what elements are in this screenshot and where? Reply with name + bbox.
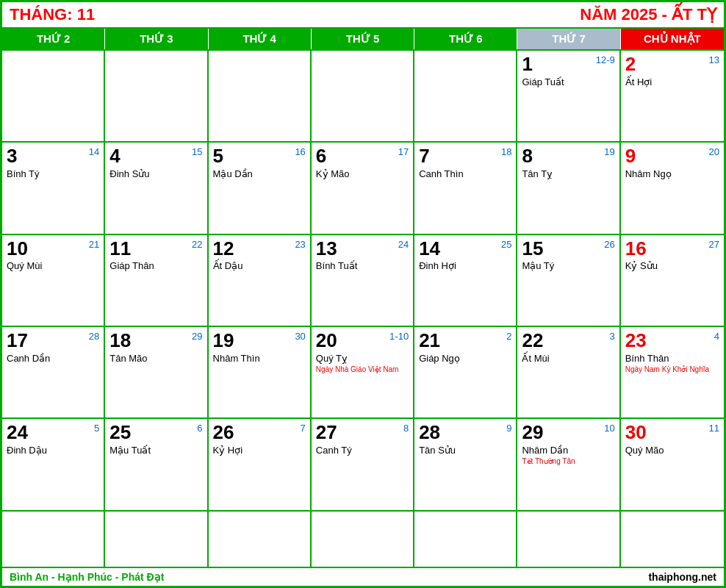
solar-date: 29 bbox=[522, 422, 543, 443]
calendar-cell: 267Kỷ Hợi bbox=[209, 419, 312, 511]
calendar-cell: 256Mậu Tuất bbox=[105, 419, 208, 511]
lunar-date: 13 bbox=[709, 54, 719, 66]
calendar-cell: 245Đinh Dậu bbox=[2, 419, 105, 511]
calendar-cell: 223Ất Mùi bbox=[517, 327, 620, 419]
calendar-cell: 1526Mậu Tý bbox=[517, 235, 620, 327]
calendar-cell bbox=[312, 512, 414, 567]
calendar-cell: 234Bính ThânNgày Nam Kỳ Khởi Nghĩa bbox=[621, 327, 724, 419]
calendar-cell: 289Tân Sửu bbox=[414, 419, 517, 511]
day-header-thu2: THỨ 2 bbox=[2, 29, 105, 49]
lunar-date: 25 bbox=[501, 239, 511, 251]
solar-date: 18 bbox=[109, 330, 131, 351]
event-text: Tết Thường Tân bbox=[522, 457, 614, 466]
calendar-cell bbox=[621, 512, 724, 567]
calendar-cell: 1728Canh Dần bbox=[2, 327, 105, 419]
calendar-cell: 112-9Giáp Tuất bbox=[517, 51, 620, 143]
calendar-cell: 819Tân Tỵ bbox=[517, 143, 620, 234]
calendar-cell: 617Kỷ Mão bbox=[312, 143, 414, 234]
can-chi: Giáp Tuất bbox=[522, 76, 614, 87]
solar-date: 17 bbox=[7, 330, 28, 351]
can-chi: Bính Tuất bbox=[316, 260, 409, 271]
can-chi: Đinh Sửu bbox=[109, 168, 202, 179]
can-chi: Tân Tỵ bbox=[522, 168, 614, 179]
can-chi: Đinh Hợi bbox=[419, 260, 511, 271]
day-header-thu7: THỨ 7 bbox=[517, 29, 620, 49]
lunar-date: 9 bbox=[506, 423, 511, 434]
solar-date: 4 bbox=[109, 146, 120, 167]
lunar-date: 24 bbox=[398, 239, 409, 251]
calendar-cell: 718Canh Thìn bbox=[414, 143, 517, 234]
solar-date: 15 bbox=[522, 238, 543, 259]
calendar-cell: 1930Nhâm Thìn bbox=[209, 327, 312, 419]
day-header-chunhat: CHỦ NHẬT bbox=[621, 29, 724, 49]
calendar-grid: 112-9Giáp Tuất213Ất Hợi314Bính Tý415Đinh… bbox=[2, 49, 724, 567]
calendar-cell bbox=[209, 51, 312, 143]
solar-date: 28 bbox=[419, 422, 440, 443]
header-row: THÁNG: 11 NĂM 2025 - ẤT TỴ bbox=[2, 2, 724, 29]
can-chi: Nhâm Dần bbox=[522, 445, 614, 456]
event-text: Ngày Nam Kỳ Khởi Nghĩa bbox=[625, 365, 719, 374]
solar-date: 24 bbox=[7, 422, 28, 443]
calendar-cell bbox=[105, 512, 208, 567]
day-header-thu4: THỨ 4 bbox=[209, 29, 312, 49]
can-chi: Ất Dậu bbox=[213, 260, 306, 271]
solar-date: 23 bbox=[625, 330, 647, 351]
calendar-cell: 1425Đinh Hợi bbox=[414, 235, 517, 327]
day-header-thu6: THỨ 6 bbox=[414, 29, 517, 49]
solar-date: 3 bbox=[7, 146, 17, 167]
lunar-date: 28 bbox=[89, 331, 99, 343]
solar-date: 16 bbox=[625, 238, 647, 259]
calendar-cell: 2910Nhâm DầnTết Thường Tân bbox=[517, 419, 620, 511]
solar-date: 21 bbox=[419, 330, 440, 351]
calendar-cell: 415Đinh Sửu bbox=[105, 143, 208, 234]
calendar-cell bbox=[414, 512, 517, 567]
calendar-cell bbox=[312, 51, 414, 143]
can-chi: Đinh Dậu bbox=[7, 445, 99, 456]
can-chi: Tân Sửu bbox=[419, 445, 511, 456]
thang-value: 11 bbox=[77, 5, 95, 24]
solar-date: 11 bbox=[109, 238, 131, 259]
solar-date: 27 bbox=[316, 422, 337, 443]
footer-left: Bình An - Hạnh Phúc - Phát Đạt bbox=[10, 571, 164, 583]
can-chi: Mậu Tý bbox=[522, 260, 614, 271]
event-text: Ngày Nhà Giáo Việt Nam bbox=[316, 365, 409, 374]
solar-date: 1 bbox=[522, 54, 532, 75]
solar-date: 12 bbox=[213, 238, 234, 259]
can-chi: Kỷ Hợi bbox=[213, 445, 306, 456]
calendar-cell: 314Bính Tý bbox=[2, 143, 105, 234]
lunar-date: 27 bbox=[709, 239, 719, 251]
calendar-cell: 3011Quý Mão bbox=[621, 419, 724, 511]
calendar-cell bbox=[414, 51, 517, 143]
solar-date: 8 bbox=[522, 146, 532, 167]
can-chi: Ất Hợi bbox=[625, 76, 719, 87]
lunar-date: 5 bbox=[94, 423, 99, 434]
lunar-date: 23 bbox=[295, 239, 305, 251]
lunar-date: 18 bbox=[501, 146, 511, 158]
lunar-date: 12-9 bbox=[596, 54, 615, 66]
can-chi: Bính Thân bbox=[625, 353, 719, 364]
calendar-wrapper: THÁNG: 11 NĂM 2025 - ẤT TỴ THỨ 2 THỨ 3 T… bbox=[0, 0, 726, 588]
lunar-date: 7 bbox=[301, 423, 306, 434]
can-chi: Canh Thìn bbox=[419, 168, 511, 179]
calendar-cell bbox=[209, 512, 312, 567]
lunar-date: 16 bbox=[295, 146, 305, 158]
can-chi: Bính Tý bbox=[7, 168, 99, 179]
calendar-cell: 1122Giáp Thân bbox=[105, 235, 208, 327]
lunar-date: 26 bbox=[604, 239, 614, 251]
thang-label: THÁNG: bbox=[10, 5, 77, 24]
lunar-date: 20 bbox=[709, 146, 719, 158]
can-chi: Kỷ Mão bbox=[316, 168, 409, 179]
calendar-cell bbox=[517, 512, 620, 567]
can-chi: Canh Tý bbox=[316, 445, 409, 456]
lunar-date: 22 bbox=[192, 239, 202, 251]
day-header-thu5: THỨ 5 bbox=[312, 29, 414, 49]
lunar-date: 17 bbox=[398, 146, 409, 158]
calendar-cell bbox=[2, 512, 105, 567]
lunar-date: 3 bbox=[609, 331, 614, 343]
lunar-date: 29 bbox=[192, 331, 202, 343]
lunar-date: 15 bbox=[192, 146, 202, 158]
solar-date: 14 bbox=[419, 238, 440, 259]
can-chi: Ất Mùi bbox=[522, 353, 614, 364]
calendar-cell: 1324Bính Tuất bbox=[312, 235, 414, 327]
lunar-date: 1-10 bbox=[389, 331, 409, 343]
